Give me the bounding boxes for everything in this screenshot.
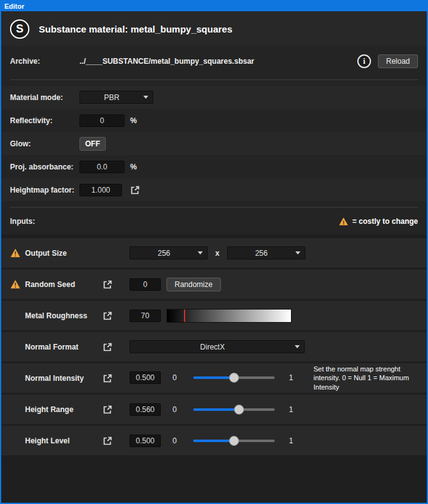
normal-format-dropdown[interactable]: DirectX xyxy=(130,340,305,353)
slider-fill xyxy=(193,440,234,442)
reflectivity-unit: % xyxy=(130,116,137,125)
slider-fill xyxy=(193,376,234,379)
chevron-down-icon xyxy=(198,251,203,255)
heightmap-factor-input[interactable] xyxy=(79,184,122,196)
window-title: Editor xyxy=(4,3,24,10)
output-size-width-dropdown[interactable]: 256 xyxy=(130,246,208,260)
normal-intensity-external-link-icon[interactable] xyxy=(101,372,114,385)
normal-intensity-input[interactable] xyxy=(130,371,161,384)
output-size-width-value: 256 xyxy=(130,249,198,258)
svg-text:!: ! xyxy=(14,282,16,289)
archive-row: Archive: ../____SUBSTANCE/metal_bumpy_sq… xyxy=(1,46,427,79)
info-button[interactable]: i xyxy=(357,54,371,68)
random-seed-label: Random Seed xyxy=(25,280,101,289)
inputs-label: Inputs: xyxy=(10,217,35,226)
proj-absorbance-input[interactable] xyxy=(79,161,125,173)
height-range-slider[interactable] xyxy=(193,404,275,415)
random-seed-external-link-icon[interactable] xyxy=(101,278,114,291)
normal-intensity-label: Normal Intensity xyxy=(25,374,101,383)
chevron-down-icon xyxy=(143,96,148,99)
random-seed-input[interactable] xyxy=(130,278,161,291)
random-seed-row: ! Random Seed Randomize xyxy=(1,270,427,299)
archive-path: ../____SUBSTANCE/metal_bumpy_squares.sbs… xyxy=(79,57,254,66)
slider-fill xyxy=(193,408,239,411)
height-level-row: Height Level 0 1 xyxy=(1,426,427,455)
inputs-rows: ! Output Size 256 x 256 ! Random See xyxy=(1,234,427,503)
height-range-label: Height Range xyxy=(25,405,101,414)
proj-absorbance-row: Proj. absorbance: % xyxy=(1,155,427,178)
height-range-min: 0 xyxy=(168,405,181,414)
gradient-marker xyxy=(184,310,185,322)
output-size-separator: x xyxy=(215,249,220,258)
svg-text:!: ! xyxy=(14,251,16,258)
normal-intensity-row: Normal Intensity 0 1 Set the normal map … xyxy=(1,363,427,393)
material-header: S Substance material: metal_bumpy_square… xyxy=(1,11,427,46)
costly-note: ! = costly to change xyxy=(339,217,418,226)
normal-format-row: Normal Format DirectX xyxy=(1,332,427,361)
chevron-down-icon xyxy=(295,345,300,348)
editor-window: Editor S Substance material: metal_bumpy… xyxy=(0,0,428,504)
archive-label: Archive: xyxy=(10,57,79,66)
metal-roughness-external-link-icon[interactable] xyxy=(101,310,114,322)
proj-absorbance-label: Proj. absorbance: xyxy=(10,163,79,171)
heightmap-factor-row: Heightmap factor: xyxy=(1,178,427,201)
reflectivity-input[interactable] xyxy=(79,114,125,127)
height-level-max: 1 xyxy=(285,436,297,445)
warning-icon: ! xyxy=(10,280,21,289)
heightmap-factor-label: Heightmap factor: xyxy=(10,186,79,194)
window-titlebar[interactable]: Editor xyxy=(1,1,427,11)
reflectivity-label: Reflectivity: xyxy=(10,116,79,125)
inputs-header: Inputs: ! = costly to change xyxy=(1,208,427,234)
glow-row: Glow: OFF xyxy=(1,132,427,155)
substance-logo-letter: S xyxy=(16,23,23,36)
normal-intensity-max: 1 xyxy=(285,373,297,382)
normal-format-value: DirectX xyxy=(130,343,295,351)
height-range-input[interactable] xyxy=(130,403,161,416)
normal-format-label: Normal Format xyxy=(25,343,101,351)
metal-roughness-input[interactable] xyxy=(130,310,161,322)
height-level-input[interactable] xyxy=(130,435,161,447)
costly-note-text: = costly to change xyxy=(352,217,418,226)
height-range-row: Height Range 0 1 xyxy=(1,395,427,424)
output-size-label: Output Size xyxy=(25,249,101,258)
proj-absorbance-unit: % xyxy=(130,163,137,171)
height-level-label: Height Level xyxy=(25,436,101,445)
glow-toggle-button[interactable]: OFF xyxy=(79,137,106,151)
info-icon: i xyxy=(363,56,365,66)
properties-section: Material mode: PBR Reflectivity: % Glow:… xyxy=(1,80,427,207)
height-level-min: 0 xyxy=(168,436,181,445)
normal-intensity-description: Set the normal map strenght intensity. 0… xyxy=(313,365,420,391)
metal-roughness-label: Metal Roughness xyxy=(25,311,101,320)
slider-handle[interactable] xyxy=(229,436,239,446)
normal-intensity-min: 0 xyxy=(168,373,181,382)
reload-button[interactable]: Reload xyxy=(378,54,418,68)
slider-handle[interactable] xyxy=(229,373,239,383)
normal-intensity-slider[interactable] xyxy=(193,372,275,383)
glow-label: Glow: xyxy=(10,139,79,148)
randomize-button[interactable]: Randomize xyxy=(166,278,221,291)
warning-icon: ! xyxy=(10,248,21,258)
output-size-row: ! Output Size 256 x 256 xyxy=(1,238,427,268)
metal-roughness-gradient[interactable] xyxy=(166,309,292,323)
metal-roughness-row: Metal Roughness xyxy=(1,301,427,330)
material-mode-dropdown[interactable]: PBR xyxy=(79,91,153,104)
height-level-external-link-icon[interactable] xyxy=(101,435,114,447)
reflectivity-row: Reflectivity: % xyxy=(1,109,427,132)
chevron-down-icon xyxy=(295,251,300,255)
slider-handle[interactable] xyxy=(234,405,244,415)
warning-icon: ! xyxy=(339,217,349,226)
material-mode-row: Material mode: PBR xyxy=(1,86,427,109)
height-range-external-link-icon[interactable] xyxy=(101,403,114,416)
height-level-slider[interactable] xyxy=(193,435,275,446)
svg-text:!: ! xyxy=(342,219,344,226)
substance-logo-icon: S xyxy=(10,19,29,39)
output-size-height-value: 256 xyxy=(228,249,295,258)
heightmap-factor-external-link-icon[interactable] xyxy=(129,184,141,196)
output-size-height-dropdown[interactable]: 256 xyxy=(227,246,305,260)
material-mode-label: Material mode: xyxy=(10,93,79,102)
page-title: Substance material: metal_bumpy_squares xyxy=(39,24,232,34)
height-range-max: 1 xyxy=(285,405,297,414)
normal-format-external-link-icon[interactable] xyxy=(101,341,114,353)
material-mode-value: PBR xyxy=(80,93,143,102)
